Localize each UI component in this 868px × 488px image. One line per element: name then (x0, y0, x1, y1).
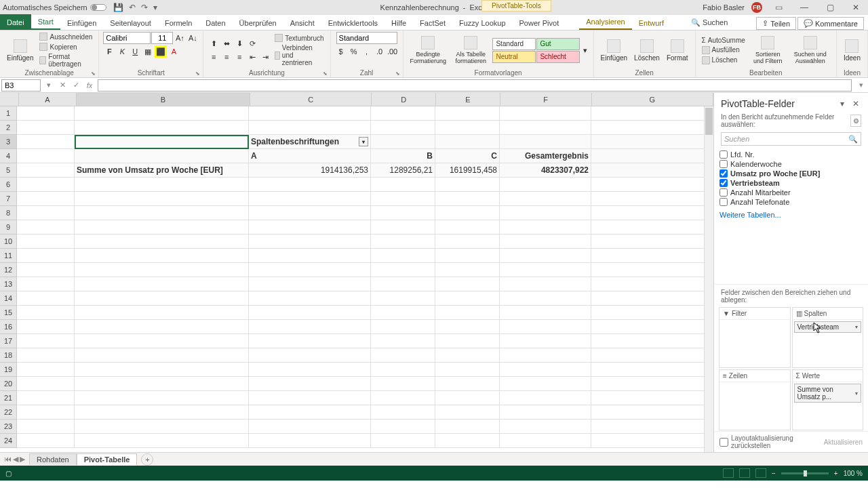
launcher-icon[interactable]: ⬊ (395, 70, 400, 77)
cell[interactable] (17, 135, 75, 149)
cell[interactable] (17, 178, 75, 192)
sheet-nav-first-icon[interactable]: ⏮ (4, 455, 12, 464)
cell[interactable] (249, 334, 371, 348)
cell[interactable] (435, 377, 500, 391)
expand-fbar-icon[interactable]: ▾ (855, 79, 867, 92)
align-center-button[interactable]: ≡ (220, 51, 233, 63)
redo-icon[interactable]: ↷ (141, 3, 148, 12)
cell[interactable] (17, 220, 75, 235)
cell[interactable] (249, 263, 371, 277)
cell[interactable] (591, 249, 713, 263)
enter-formula-icon[interactable]: ✓ (70, 79, 82, 92)
cell[interactable] (249, 377, 371, 391)
tab-daten[interactable]: Daten (199, 16, 232, 30)
tab-file[interactable]: Datei (0, 14, 31, 30)
cell[interactable] (249, 121, 371, 135)
font-size-select[interactable] (151, 32, 173, 44)
field-checkbox[interactable] (719, 160, 728, 168)
cell[interactable] (435, 320, 500, 334)
tab-hilfe[interactable]: Hilfe (384, 16, 413, 30)
cell[interactable] (17, 405, 75, 420)
cell[interactable] (75, 334, 249, 348)
cell[interactable] (500, 277, 591, 291)
drop-zone-rows[interactable]: ≡Zeilen (719, 369, 791, 430)
cell[interactable] (371, 220, 435, 235)
cell[interactable] (75, 320, 249, 334)
cell[interactable] (435, 135, 500, 149)
row-header[interactable]: 15 (0, 306, 17, 320)
more-tables-link[interactable]: Weitere Tabellen... (714, 208, 868, 222)
vertical-scrollbar[interactable] (704, 106, 713, 452)
zoom-level[interactable]: 100 % (844, 470, 863, 477)
cell[interactable] (500, 135, 591, 149)
cell[interactable] (371, 334, 435, 348)
field-item[interactable]: Vertriebsteam (719, 178, 863, 188)
cell[interactable] (75, 121, 249, 135)
cell[interactable] (500, 405, 591, 420)
cell[interactable] (75, 291, 249, 306)
clear-button[interactable]: Löschen (700, 56, 747, 65)
row-header[interactable]: 16 (0, 320, 17, 334)
cell[interactable] (591, 106, 713, 121)
cell[interactable]: Spaltenbeschriftungen▾ (249, 135, 371, 149)
cell[interactable] (249, 363, 371, 377)
cell[interactable] (75, 135, 249, 149)
cell[interactable] (500, 306, 591, 320)
cell[interactable] (435, 178, 500, 192)
cell[interactable] (500, 320, 591, 334)
spreadsheet-grid[interactable]: A B C D E F G 12345678910111213141516171… (0, 93, 713, 452)
cell[interactable]: 1619915,458 (435, 163, 500, 178)
minimize-icon[interactable]: — (795, 3, 814, 12)
cell[interactable] (17, 348, 75, 363)
tab-analysieren[interactable]: Analysieren (579, 15, 631, 30)
cell[interactable] (435, 277, 500, 291)
row-header[interactable]: 5 (0, 163, 17, 178)
tab-seitenlayout[interactable]: Seitenlayout (103, 16, 158, 30)
inc-decimal-button[interactable]: .0 (374, 45, 386, 58)
field-item[interactable]: Anzahl Telefonate (719, 197, 863, 207)
col-header[interactable]: G (592, 93, 713, 106)
row-header[interactable]: 14 (0, 291, 17, 306)
launcher-icon[interactable]: ⬊ (323, 70, 328, 77)
cell[interactable] (371, 277, 435, 291)
tab-start[interactable]: Start (31, 15, 60, 30)
cell[interactable] (75, 249, 249, 263)
cell[interactable] (591, 149, 713, 163)
cell[interactable] (371, 291, 435, 306)
cell[interactable] (17, 206, 75, 220)
cell[interactable] (500, 263, 591, 277)
cell[interactable] (371, 405, 435, 420)
cell[interactable] (435, 106, 500, 121)
cell[interactable] (17, 434, 75, 448)
cell[interactable] (500, 249, 591, 263)
cell[interactable] (435, 348, 500, 363)
cell[interactable]: 4823307,922 (500, 163, 591, 178)
cell[interactable] (17, 163, 75, 178)
comma-button[interactable]: , (361, 45, 373, 58)
sheet-nav-prev-icon[interactable]: ◀ (13, 455, 18, 464)
percent-button[interactable]: % (348, 45, 360, 58)
sort-filter-button[interactable]: Sortieren und Filtern (749, 36, 787, 64)
row-header[interactable]: 10 (0, 235, 17, 249)
style-gut[interactable]: Gut (536, 38, 580, 50)
style-neutral[interactable]: Neutral (492, 51, 536, 63)
indent-inc-button[interactable]: ⇥ (259, 51, 271, 63)
cell[interactable] (371, 263, 435, 277)
qat-dropdown-icon[interactable]: ▾ (153, 3, 157, 12)
cell[interactable] (500, 235, 591, 249)
cell[interactable] (591, 348, 713, 363)
align-left-button[interactable]: ≡ (208, 51, 220, 63)
share-button[interactable]: ⇪Teilen (756, 17, 796, 30)
row-header[interactable]: 2 (0, 121, 17, 135)
cell[interactable] (435, 334, 500, 348)
cell[interactable] (500, 206, 591, 220)
cell[interactable] (591, 277, 713, 291)
zoom-in-icon[interactable]: + (834, 470, 838, 477)
cell[interactable] (249, 220, 371, 235)
cell[interactable] (591, 334, 713, 348)
sheet-tab-pivot[interactable]: Pivot-Tabelle (77, 453, 138, 466)
cell[interactable] (500, 348, 591, 363)
cell[interactable] (249, 320, 371, 334)
currency-button[interactable]: $ (335, 45, 347, 58)
cell[interactable] (249, 277, 371, 291)
